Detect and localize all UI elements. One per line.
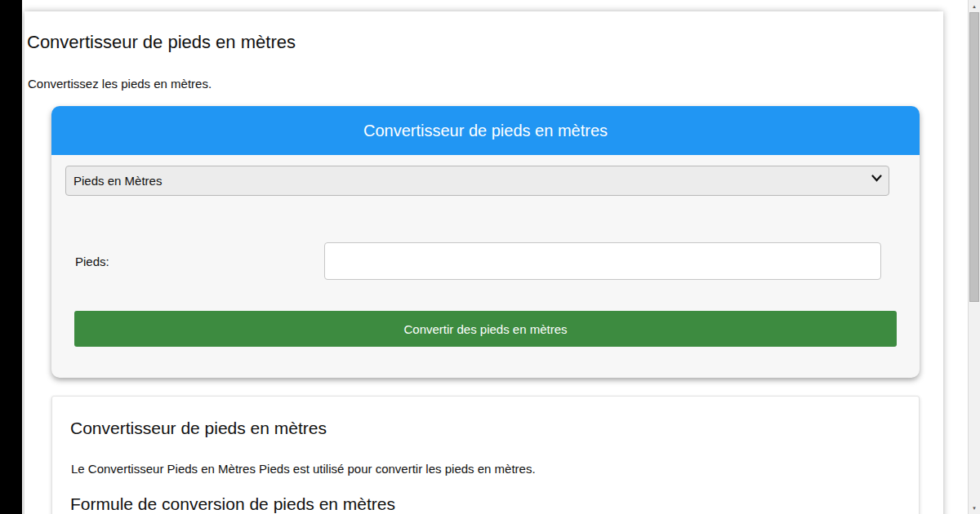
scrollbar-thumb[interactable]	[969, 12, 979, 302]
info-heading: Convertisseur de pieds en mètres	[70, 419, 894, 438]
unit-select[interactable]: Pieds en Mètres	[65, 166, 889, 196]
intro-text: Convertissez les pieds en mètres.	[28, 77, 943, 91]
formula-heading: Formule de conversion de pieds en mètres	[70, 494, 894, 514]
converter-card-header: Convertisseur de pieds en mètres	[51, 106, 920, 155]
unit-select-wrap: Pieds en Mètres	[65, 166, 889, 196]
triangle-up-icon: ▲	[972, 4, 977, 9]
info-card: Convertisseur de pieds en mètres Le Conv…	[51, 396, 920, 514]
info-description: Le Convertisseur Pieds en Mètres Pieds e…	[71, 462, 894, 476]
scroll-up-button[interactable]: ▲	[969, 0, 980, 12]
feet-input[interactable]	[324, 242, 881, 280]
page-left-margin	[0, 0, 22, 514]
feet-label: Pieds:	[75, 255, 324, 268]
converter-card: Convertisseur de pieds en mètres Pieds e…	[51, 106, 920, 378]
scrollbar[interactable]: ▲ ▼	[968, 0, 980, 514]
scroll-down-button[interactable]: ▼	[969, 502, 980, 514]
converter-card-title: Convertisseur de pieds en mètres	[363, 122, 608, 140]
feet-form-row: Pieds:	[75, 242, 920, 280]
page-title: Convertisseur de pieds en mètres	[27, 32, 943, 53]
page: Convertisseur de pieds en mètres Convert…	[24, 11, 943, 514]
triangle-down-icon: ▼	[972, 506, 977, 511]
convert-button[interactable]: Convertir des pieds en mètres	[74, 311, 897, 347]
